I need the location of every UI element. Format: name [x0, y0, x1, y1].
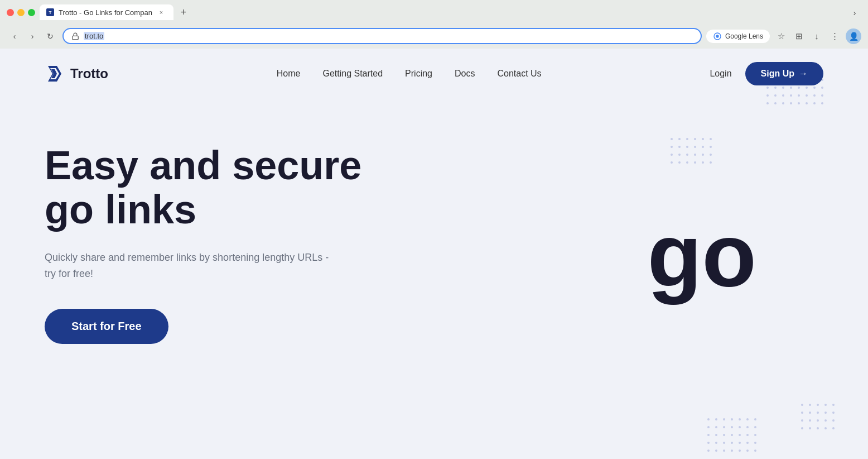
google-lens-button[interactable]: Google Lens: [706, 30, 770, 43]
back-button[interactable]: ‹: [7, 28, 22, 44]
nav-getting-started[interactable]: Getting Started: [322, 69, 383, 79]
browser-toolbar: ‹ › ↻ trot.to Google Lens ☆ ⊞ ↓ ⋮ 👤: [0, 25, 868, 49]
tabs-menu-icon[interactable]: ›: [848, 6, 861, 19]
svg-point-2: [716, 35, 718, 37]
browser-chrome: T Trotto - Go Links for Compan × + › ‹ ›…: [0, 0, 868, 49]
address-text: trot.to: [84, 32, 104, 40]
downloads-icon[interactable]: ↓: [810, 30, 823, 43]
tab-bar: T Trotto - Go Links for Compan × +: [40, 4, 843, 20]
active-tab[interactable]: T Trotto - Go Links for Compan ×: [40, 4, 173, 20]
svg-rect-0: [73, 36, 79, 39]
hero-heading: Easy and secure go links: [45, 144, 379, 232]
nav-pricing[interactable]: Pricing: [405, 69, 432, 79]
extension-icon[interactable]: ⊞: [792, 30, 806, 43]
google-lens-label: Google Lens: [725, 32, 763, 40]
toolbar-right: Google Lens ☆ ⊞ ↓ ⋮ 👤: [706, 28, 861, 44]
website-content: Trotto Home Getting Started Pricing Docs…: [0, 49, 868, 459]
more-icon[interactable]: ⋮: [828, 30, 841, 43]
dot-pattern-bottom-right2: [801, 404, 835, 429]
hero-heading-line1: Easy and secure: [45, 143, 361, 188]
hero-heading-line2: go links: [45, 187, 196, 232]
forward-button[interactable]: ›: [25, 28, 40, 44]
nav-actions: Login Sign Up →: [710, 62, 823, 85]
maximize-button[interactable]: [28, 9, 35, 16]
logo-text: Trotto: [70, 66, 108, 82]
tab-title: Trotto - Go Links for Compan: [59, 8, 152, 17]
dot-pattern-bottom-right: [707, 418, 756, 452]
browser-titlebar: T Trotto - Go Links for Compan × + ›: [0, 0, 868, 25]
hero-text: Easy and secure go links Quickly share a…: [45, 144, 379, 344]
nav-docs[interactable]: Docs: [455, 69, 475, 79]
start-for-free-button[interactable]: Start for Free: [45, 309, 168, 344]
hero-section: Easy and secure go links Quickly share a…: [0, 99, 868, 377]
nav-contact[interactable]: Contact Us: [497, 69, 541, 79]
logo[interactable]: Trotto: [45, 64, 108, 84]
nav-links: Home Getting Started Pricing Docs Contac…: [277, 69, 542, 79]
signup-arrow: →: [799, 69, 808, 79]
reload-button[interactable]: ↻: [42, 28, 58, 44]
address-bar[interactable]: trot.to: [62, 28, 702, 44]
traffic-lights: [7, 9, 35, 16]
hero-subtext: Quickly share and remember links by shor…: [45, 250, 335, 282]
signup-label: Sign Up: [761, 69, 794, 79]
bookmark-icon[interactable]: ☆: [774, 30, 788, 43]
tab-favicon: T: [46, 8, 54, 16]
main-nav: Trotto Home Getting Started Pricing Docs…: [0, 49, 868, 99]
profile-button[interactable]: 👤: [846, 28, 861, 44]
close-button[interactable]: [7, 9, 14, 16]
new-tab-button[interactable]: +: [176, 4, 191, 20]
nav-home[interactable]: Home: [277, 69, 301, 79]
logo-icon: [45, 64, 65, 84]
big-go-text: go: [648, 211, 756, 300]
signup-button[interactable]: Sign Up →: [745, 62, 823, 85]
browser-nav-buttons: ‹ › ↻: [7, 28, 58, 44]
tab-close-button[interactable]: ×: [157, 8, 166, 17]
google-lens-icon: [713, 32, 722, 41]
login-button[interactable]: Login: [710, 69, 731, 79]
lock-icon: [71, 32, 79, 40]
minimize-button[interactable]: [17, 9, 25, 16]
